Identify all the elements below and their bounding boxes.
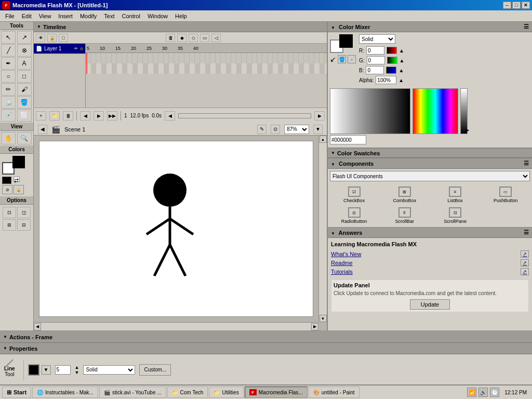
fill-style-select[interactable]: Solid [359,34,395,44]
g-spinner-up[interactable]: ▲ [400,58,405,63]
readme-link[interactable]: Readme ↗ [331,259,529,267]
actions-bar[interactable]: ▼ Actions - Frame [0,331,532,343]
tl-outline-btn[interactable]: □ [59,34,68,42]
taskbar-utilities[interactable]: 📁 Utilities [209,387,243,398]
alpha-spinner[interactable]: ▲ [398,77,404,83]
line-color-picker[interactable]: ▼ [42,365,51,375]
comp-radiobutton[interactable]: ◎ RadioButton [330,206,378,225]
comp-pushbutton[interactable]: ▭ PushButton [482,185,530,204]
line-size-input[interactable] [55,365,71,375]
prev-frame-btn[interactable]: ◀ [80,111,90,121]
tool-rect[interactable]: □ [17,70,32,83]
r-input[interactable] [366,46,384,55]
whats-new-link[interactable]: What's New ↗ [331,250,529,258]
mixer-eyedropper-icon[interactable]: 💉 [348,55,356,63]
add-folder-btn[interactable]: 📁 [49,111,60,121]
menu-window[interactable]: Window [144,12,171,20]
b-input[interactable] [366,66,384,74]
comp-combobox[interactable]: ⊞ ComboBox [380,185,429,204]
frame-cells[interactable] [86,53,327,74]
spinner-down[interactable]: ▼ [75,370,79,375]
menu-modify[interactable]: Modify [77,12,100,20]
edit-scene-btn[interactable]: ✎ [257,125,267,134]
no-color-btn[interactable]: ⊘ [2,185,12,194]
tl-add-blank-btn[interactable]: ◇ [189,34,198,42]
scroll-right-canvas-btn[interactable]: ▶ [311,323,318,330]
canvas-area[interactable] [39,141,313,317]
tool-inkbottle[interactable]: 🍶 [1,96,16,109]
r-slider[interactable] [387,47,397,54]
swatches-header[interactable]: ▼ Color Swatches [328,149,532,158]
color-brightness-bar[interactable]: ▶ [460,88,468,134]
delete-layer-btn[interactable]: 🗑 [63,111,73,121]
mixer-fill-swatch[interactable] [339,34,353,48]
comp-listbox[interactable]: ≡ ListBox [431,185,480,204]
next-frame-btn[interactable]: ▶▶ [107,111,117,121]
tl-eye-btn[interactable]: 👁 [36,34,45,42]
tool-eyedropper[interactable]: 💉 [1,109,16,122]
custom-button[interactable]: Custom... [139,364,171,376]
zoom-dropdown-btn[interactable]: ▼ [313,125,323,134]
alpha-input[interactable] [376,76,396,84]
start-button[interactable]: ⊞ Start [2,387,31,398]
add-layer-btn[interactable]: + [36,111,46,121]
menu-file[interactable]: File [2,12,18,20]
default-colors-btn[interactable] [2,177,11,184]
option-btn-1[interactable]: ⊡ [3,207,16,218]
tool-zoom[interactable]: 🔍 [17,132,32,144]
scroll-up-btn[interactable]: ▲ [320,136,327,143]
comp-options-icon[interactable]: ☰ [524,160,529,167]
b-spinner-up[interactable]: ▲ [398,68,404,73]
answers-options-icon[interactable]: ☰ [524,229,529,236]
tl-add-frame-btn[interactable]: ▭ [200,34,209,42]
b-slider[interactable] [386,66,396,74]
tl-lock-btn[interactable]: 🔒 [47,34,57,42]
taskbar-instructables[interactable]: 🌐 Instructables - Mak... [32,387,98,398]
option-btn-2[interactable]: ◫ [17,207,31,218]
zoom-select[interactable]: 87% 100% 50% [284,125,309,134]
tool-pencil[interactable]: ✏ [1,83,16,96]
layer-row-1[interactable]: 📄 Layer 1 ✏ [34,44,85,54]
scroll-left-canvas-btn[interactable]: ◀ [34,323,41,330]
timeline-scrollbar[interactable] [178,113,311,118]
color-spectrum-bar[interactable] [413,88,458,134]
tool-subselect[interactable]: ↗ [17,31,32,44]
lock-fill-btn[interactable]: 🔒 [14,185,24,194]
tool-eraser[interactable]: ⬜ [17,109,32,122]
tool-paintbucket[interactable]: 🪣 [17,96,32,109]
tool-oval[interactable]: ○ [1,70,16,83]
scroll-right-btn[interactable]: ▶ [314,111,325,121]
tool-text[interactable]: A [17,57,32,70]
components-dropdown[interactable]: Flash UI Components [330,171,530,181]
g-input[interactable] [367,56,385,64]
menu-insert[interactable]: Insert [55,12,76,20]
scroll-left-btn[interactable]: ◀ [165,111,175,121]
tl-delete-btn[interactable]: 🗑 [166,34,175,42]
tutorials-link[interactable]: Tutorials ↗ [331,268,529,275]
spinner-up[interactable]: ▲ [75,365,79,370]
minimize-button[interactable]: ─ [503,2,511,9]
comp-scrollpane[interactable]: ⊡ ScrollPane [431,206,480,225]
menu-view[interactable]: View [36,12,55,20]
close-button[interactable]: ✕ [522,2,530,9]
tool-arrow[interactable]: ↖ [1,31,16,44]
menu-edit[interactable]: Edit [19,12,35,20]
hex-input[interactable] [330,135,366,144]
tool-line[interactable]: ╱ [1,44,16,57]
cm-options-icon[interactable]: ☰ [524,23,529,30]
option-btn-4[interactable]: ⊟ [17,219,31,231]
tool-hand[interactable]: ✋ [1,132,16,144]
scroll-down-btn[interactable]: ▼ [320,315,327,322]
tool-lasso[interactable]: ⊗ [17,44,32,57]
menu-text[interactable]: Text [101,12,117,20]
taskbar-flash[interactable]: F Macromedia Flas... [245,387,308,398]
mixer-arrow-icon[interactable]: ↙ [330,55,336,63]
line-size-spinner[interactable]: ▲ ▼ [75,365,79,375]
maximize-button[interactable]: □ [512,2,521,9]
tool-brush[interactable]: 🖌 [17,83,32,96]
r-spinner-up[interactable]: ▲ [399,48,404,54]
comp-scrollbar[interactable]: ⥯ ScrollBar [380,206,429,225]
taskbar-stick[interactable]: 🎬 stick.avi - YouTube ... [99,387,166,398]
comp-checkbox[interactable]: ☑ CheckBox [330,185,378,204]
edit-symbol-btn[interactable]: ⊙ [271,125,280,134]
